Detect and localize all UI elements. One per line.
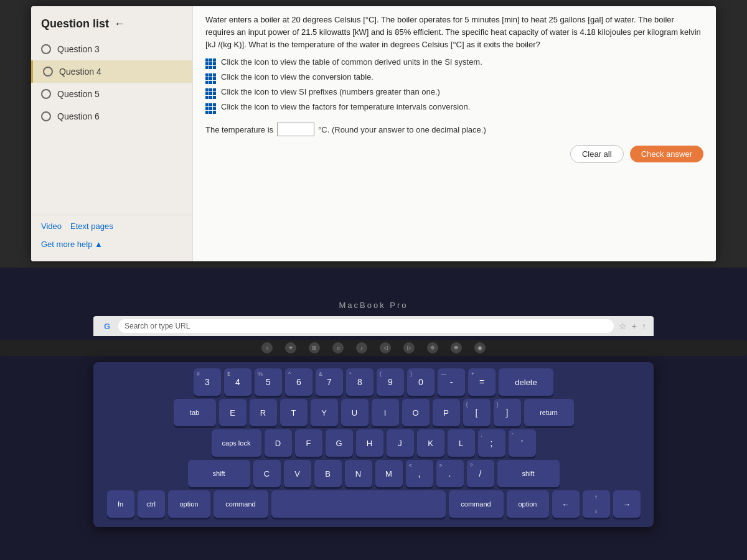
collapse-icon[interactable]: ← xyxy=(114,17,125,30)
key-f[interactable]: F xyxy=(295,429,322,457)
grid-icon-4[interactable] xyxy=(205,103,216,114)
sidebar-items: Question 3 Question 4 Question 5 Questio… xyxy=(31,38,192,215)
icon-row-4: Click the icon to view the factors for t… xyxy=(205,102,703,114)
check-answer-button[interactable]: Check answer xyxy=(630,146,703,162)
keyboard: #3 $4 %5 ^6 &7 *8 (9 )0 —- += delete tab… xyxy=(93,362,654,527)
more-help-link[interactable]: Get more help ▲ xyxy=(41,240,103,249)
key-6[interactable]: ^6 xyxy=(285,368,312,396)
key-g[interactable]: G xyxy=(326,429,353,457)
key-rbracket[interactable]: }] xyxy=(494,399,521,426)
tb-expose[interactable]: ⊞ xyxy=(309,342,320,353)
key-ctrl[interactable]: ctrl xyxy=(138,490,165,518)
key-option-right[interactable]: option xyxy=(507,490,549,518)
radio-q6 xyxy=(41,111,51,121)
key-slash[interactable]: ?/ xyxy=(467,460,494,487)
key-cmd-left[interactable]: command xyxy=(214,490,268,518)
key-p[interactable]: P xyxy=(433,399,460,426)
tb-siri[interactable]: ◉ xyxy=(474,342,486,353)
key-l[interactable]: L xyxy=(448,429,475,457)
browser-url[interactable]: Search or type URL xyxy=(118,319,614,333)
key-return[interactable]: return xyxy=(524,399,574,426)
sidebar-item-q3[interactable]: Question 3 xyxy=(31,38,192,60)
key-comma[interactable]: <, xyxy=(406,460,433,487)
screen-container: Question list ← Question 3 Question 4 Qu… xyxy=(0,0,747,268)
key-row-bottom: shift C V B N M <, >. ?/ shift xyxy=(100,460,647,487)
key-left[interactable]: ← xyxy=(552,490,580,518)
key-d[interactable]: D xyxy=(265,429,292,457)
keyboard-area: MacBook Pro G Search or type URL ☆ + ↑ ☼… xyxy=(0,268,747,560)
key-delete[interactable]: delete xyxy=(499,368,553,396)
tb-mute[interactable]: ♪ xyxy=(356,342,367,353)
key-right[interactable]: → xyxy=(613,490,641,518)
tb-brightness-high[interactable]: ☀ xyxy=(285,342,296,353)
key-quote[interactable]: "' xyxy=(509,429,536,457)
tb-vol-up[interactable]: ▷ xyxy=(403,342,415,353)
key-h[interactable]: H xyxy=(356,429,383,457)
key-c[interactable]: C xyxy=(253,460,281,487)
key-equals[interactable]: += xyxy=(468,368,496,396)
key-tab[interactable]: tab xyxy=(174,399,216,426)
tb-brightness-kb-down[interactable]: ❊ xyxy=(427,342,438,353)
clear-all-button[interactable]: Clear all xyxy=(570,145,624,163)
key-t[interactable]: T xyxy=(280,399,308,426)
key-0[interactable]: )0 xyxy=(407,368,435,396)
key-u[interactable]: U xyxy=(341,399,369,426)
sidebar-item-q5-label: Question 5 xyxy=(57,89,100,99)
radio-q5 xyxy=(41,89,51,99)
share-icon[interactable]: ↑ xyxy=(642,321,646,331)
key-3[interactable]: #3 xyxy=(194,368,221,396)
answer-row: The temperature is °C. (Round your answe… xyxy=(205,123,703,136)
key-shift-left[interactable]: shift xyxy=(188,460,250,487)
refresh-icon[interactable]: + xyxy=(632,321,637,331)
key-y[interactable]: Y xyxy=(311,399,338,426)
question-body: Water enters a boiler at 20 degrees Cels… xyxy=(205,14,703,51)
key-fn[interactable]: fn xyxy=(107,490,134,518)
key-semicolon[interactable]: :; xyxy=(478,429,505,457)
sidebar-item-q4-label: Question 4 xyxy=(59,67,101,77)
key-shift-right[interactable]: shift xyxy=(497,460,560,487)
sidebar-item-q6[interactable]: Question 6 xyxy=(31,105,192,128)
answer-input[interactable] xyxy=(277,123,314,136)
key-5[interactable]: %5 xyxy=(255,368,282,396)
sidebar-item-q4[interactable]: Question 4 xyxy=(31,60,192,83)
grid-icon-1[interactable] xyxy=(205,58,216,69)
key-caps[interactable]: caps lock xyxy=(212,429,261,457)
grid-icon-3[interactable] xyxy=(205,88,216,99)
sidebar-item-q5[interactable]: Question 5 xyxy=(31,83,192,105)
star-icon[interactable]: ☆ xyxy=(619,321,627,331)
key-r[interactable]: R xyxy=(250,399,277,426)
key-o[interactable]: O xyxy=(402,399,430,426)
key-up-down[interactable]: ↑ ↓ xyxy=(583,490,610,518)
tb-brightness-low[interactable]: ☼ xyxy=(261,342,273,353)
key-row-numbers: #3 $4 %5 ^6 &7 *8 (9 )0 —- += delete xyxy=(100,368,647,396)
tb-vol-down[interactable]: ◁ xyxy=(380,342,391,353)
key-minus[interactable]: —- xyxy=(438,368,465,396)
key-i[interactable]: I xyxy=(372,399,399,426)
key-b[interactable]: B xyxy=(314,460,342,487)
browser-bar: G Search or type URL ☆ + ↑ xyxy=(93,316,654,336)
answer-prefix: The temperature is xyxy=(205,125,273,134)
key-v[interactable]: V xyxy=(284,460,311,487)
tb-search[interactable]: ⌕ xyxy=(332,342,344,353)
key-k[interactable]: K xyxy=(417,429,444,457)
key-cmd-right[interactable]: command xyxy=(449,490,504,518)
key-8[interactable]: *8 xyxy=(346,368,374,396)
key-lbracket[interactable]: {[ xyxy=(463,399,491,426)
key-m[interactable]: M xyxy=(375,460,403,487)
grid-icon-2[interactable] xyxy=(205,73,216,84)
video-link[interactable]: Video xyxy=(41,222,62,231)
key-4[interactable]: $4 xyxy=(224,368,251,396)
key-7[interactable]: &7 xyxy=(316,368,343,396)
key-space[interactable] xyxy=(271,490,446,518)
key-e[interactable]: E xyxy=(219,399,247,426)
key-9[interactable]: (9 xyxy=(377,368,404,396)
etext-link[interactable]: Etext pages xyxy=(70,222,113,231)
key-n[interactable]: N xyxy=(345,460,372,487)
key-j[interactable]: J xyxy=(387,429,414,457)
tb-brightness-kb-up[interactable]: ❋ xyxy=(451,342,462,353)
sidebar-title: Question list ← xyxy=(31,12,192,38)
key-option-left[interactable]: option xyxy=(168,490,210,518)
icon-row-1-text: Click the icon to view the table of comm… xyxy=(221,57,482,67)
key-period[interactable]: >. xyxy=(436,460,464,487)
key-row-modifiers: fn ctrl option command command option ← … xyxy=(100,490,647,518)
